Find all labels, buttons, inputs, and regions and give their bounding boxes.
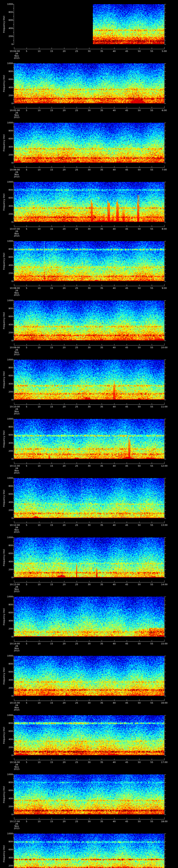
spectrogram-canvas [0,0,178,868]
spectrogram-figure: Frequency (Hz)1000800600400200010:04:005… [0,0,178,868]
